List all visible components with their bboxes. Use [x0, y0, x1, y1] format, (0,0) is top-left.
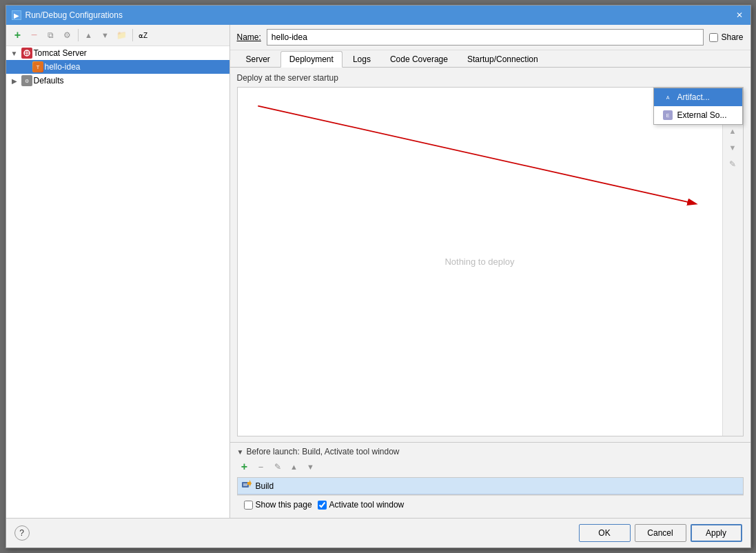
- before-launch-list: Build: [237, 477, 744, 495]
- left-panel: + − ⧉ ⚙ ▲ ▼ 📁: [6, 25, 230, 518]
- bl-add-button[interactable]: +: [237, 459, 252, 474]
- defaults-icon: ⚙: [21, 75, 32, 86]
- config-tree: ▼ Tomcat Server T hello-idea ▶: [6, 46, 229, 518]
- artifact-icon: A: [662, 92, 673, 103]
- tomcat-server-label: Tomcat Server: [34, 48, 87, 58]
- tree-defaults[interactable]: ▶ ⚙ Defaults: [6, 74, 229, 88]
- hello-idea-icon: T: [32, 61, 43, 72]
- deploy-edit-button[interactable]: ✎: [725, 157, 740, 172]
- toolbar-separator-1: [78, 29, 79, 41]
- share-area: Share: [709, 32, 743, 42]
- hello-idea-expand-icon: [20, 61, 31, 72]
- main-content: + − ⧉ ⚙ ▲ ▼ 📁: [6, 25, 750, 518]
- before-launch-expand-icon[interactable]: ▼: [237, 448, 244, 456]
- tab-deployment[interactable]: Deployment: [280, 51, 343, 68]
- defaults-label: Defaults: [34, 76, 64, 86]
- external-icon: E: [662, 110, 673, 121]
- svg-text:T: T: [36, 64, 39, 70]
- bl-build-item[interactable]: Build: [238, 478, 743, 494]
- copy-config-button[interactable]: ⧉: [43, 28, 59, 43]
- deploy-move-up-button[interactable]: ▲: [725, 123, 740, 139]
- before-launch-toolbar: + − ✎ ▲ ▼: [237, 459, 744, 474]
- dialog-icon: ▶: [12, 10, 21, 20]
- name-bar: Name: Share: [230, 25, 750, 50]
- build-icon: [242, 480, 252, 492]
- build-label: Build: [256, 481, 274, 491]
- bl-remove-button[interactable]: −: [254, 459, 269, 474]
- tabs-bar: Server Deployment Logs Code Coverage Sta…: [230, 50, 750, 68]
- tree-hello-idea[interactable]: T hello-idea: [6, 60, 229, 74]
- cancel-button[interactable]: Cancel: [635, 524, 686, 542]
- share-label: Share: [721, 32, 743, 42]
- tab-logs[interactable]: Logs: [344, 51, 380, 67]
- defaults-expand-icon: ▶: [9, 75, 20, 86]
- share-checkbox[interactable]: [709, 33, 718, 42]
- before-launch-header: ▼ Before launch: Build, Activate tool wi…: [237, 447, 744, 456]
- activate-window-checkbox[interactable]: [318, 501, 327, 510]
- svg-text:⚙: ⚙: [25, 79, 29, 83]
- show-page-option: Show this page: [244, 500, 312, 510]
- tab-content-deployment: Deploy at the server startup Nothing to …: [230, 68, 750, 518]
- right-panel: Name: Share Server Deployment Logs: [230, 25, 750, 518]
- tree-tomcat-server[interactable]: ▼ Tomcat Server: [6, 46, 229, 60]
- folder-config-button[interactable]: 📁: [114, 28, 130, 43]
- activate-window-option: Activate tool window: [318, 500, 405, 510]
- name-label: Name:: [237, 32, 261, 42]
- left-toolbar: + − ⧉ ⚙ ▲ ▼ 📁: [6, 25, 229, 46]
- before-launch-section: ▼ Before launch: Build, Activate tool wi…: [230, 442, 750, 518]
- dropdown-artifact-item[interactable]: A Artifact...: [654, 88, 742, 106]
- bl-move-down-button[interactable]: ▼: [303, 459, 318, 474]
- deploy-move-down-button[interactable]: ▼: [725, 140, 740, 155]
- bl-edit-button[interactable]: ✎: [270, 459, 285, 474]
- svg-text:E: E: [666, 113, 669, 118]
- bl-move-up-button[interactable]: ▲: [287, 459, 302, 474]
- run-debug-dialog: ▶ Run/Debug Configurations ✕ + − ⧉ ⚙: [6, 5, 751, 548]
- tab-code-coverage[interactable]: Code Coverage: [381, 51, 457, 67]
- before-launch-label: Before launch: Build, Activate tool wind…: [246, 447, 399, 456]
- show-page-label: Show this page: [256, 500, 312, 510]
- title-bar-left: ▶ Run/Debug Configurations: [12, 10, 123, 20]
- dropdown-external-item[interactable]: E External So...: [654, 106, 742, 124]
- settings-config-button[interactable]: ⚙: [60, 28, 75, 43]
- svg-text:A: A: [666, 95, 669, 100]
- tab-startup-connection[interactable]: Startup/Connection: [458, 51, 547, 67]
- tomcat-expand-icon: ▼: [9, 48, 20, 59]
- bottom-bar: ? OK Cancel Apply: [6, 518, 750, 547]
- deploy-list: Nothing to deploy: [238, 88, 722, 436]
- move-up-config-button[interactable]: ▲: [81, 28, 96, 43]
- dialog-title: Run/Debug Configurations: [25, 10, 123, 20]
- name-input[interactable]: [267, 29, 704, 46]
- deploy-list-area: Nothing to deploy + − ▲: [237, 87, 744, 436]
- add-config-button[interactable]: +: [10, 28, 25, 43]
- deploy-right-toolbar: + − ▲ ▼ ✎: [722, 88, 743, 436]
- move-down-config-button[interactable]: ▼: [98, 28, 113, 43]
- help-button[interactable]: ?: [14, 525, 30, 541]
- deploy-empty-text: Nothing to deploy: [445, 257, 514, 267]
- show-page-checkbox[interactable]: [244, 501, 253, 510]
- hello-idea-label: hello-idea: [45, 62, 81, 72]
- tab-server[interactable]: Server: [237, 51, 279, 67]
- ok-button[interactable]: OK: [579, 524, 631, 542]
- apply-button[interactable]: Apply: [691, 524, 742, 542]
- options-bar: Show this page Activate tool window: [237, 495, 744, 514]
- deploy-dropdown-menu: A Artifact... E External So...: [653, 88, 743, 125]
- action-buttons: OK Cancel Apply: [579, 524, 742, 542]
- tomcat-icon: [21, 48, 32, 59]
- toolbar-separator-2: [132, 29, 133, 41]
- deploy-section-label: Deploy at the server startup: [237, 73, 744, 83]
- remove-config-button[interactable]: −: [27, 28, 42, 43]
- sort-config-button[interactable]: ⍺Z: [136, 28, 151, 43]
- close-button[interactable]: ✕: [734, 10, 745, 21]
- activate-window-label: Activate tool window: [329, 500, 405, 510]
- deploy-section: Deploy at the server startup Nothing to …: [230, 68, 750, 442]
- title-bar: ▶ Run/Debug Configurations ✕: [6, 6, 750, 25]
